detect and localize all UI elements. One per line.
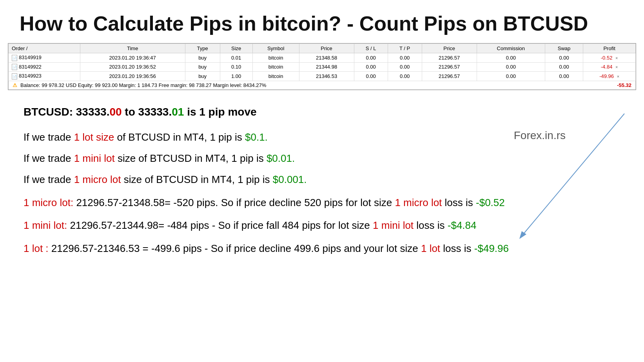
calc2-lot: 1 mini lot	[373, 219, 414, 231]
calc3-lot: 1 lot	[421, 243, 440, 254]
cell-symbol: bitcoin	[252, 72, 299, 81]
pip-to-black: 33333.	[138, 106, 172, 118]
pip-suffix: is 1 pip move	[184, 106, 256, 118]
calc3-prefix: 1 lot :	[24, 243, 49, 254]
cell-order: 📄83149923	[9, 72, 80, 81]
cell-price-current: 21296.57	[422, 53, 477, 63]
calc2-loss: loss is	[414, 219, 448, 231]
cell-price-open: 21344.98	[299, 62, 354, 72]
calc1-loss: loss is	[442, 197, 476, 208]
calc1-text: 21296.57-21348.58= -520 pips. So if pric…	[73, 197, 395, 208]
cell-price-current: 21296.57	[422, 62, 477, 72]
lot3-line: If we trade 1 micro lot size of BTCUSD i…	[24, 172, 620, 186]
status-bar: ⚠ Balance: 99 978.32 USD Equity: 99 923.…	[8, 81, 636, 90]
col-type: Type	[185, 44, 220, 53]
cell-profit: -0.52 ×	[583, 53, 636, 63]
lot2-line: If we trade 1 mini lot size of BTCUSD in…	[24, 151, 620, 165]
table-row: 📄83149919 2023.01.20 19:36:47 buy 0.01 b…	[9, 53, 636, 63]
col-size: Size	[220, 44, 252, 53]
calc3-value: -$49.96	[474, 243, 509, 254]
calc1-lot: 1 micro lot	[395, 197, 442, 208]
pip-separator: to	[122, 106, 138, 118]
cell-sl: 0.00	[354, 72, 388, 81]
col-tp: T / P	[388, 44, 422, 53]
table-row: 📄83149922 2023.01.20 19:36:52 buy 0.10 b…	[9, 62, 636, 72]
pip-to-green: 01	[172, 106, 184, 118]
col-swap: Swap	[545, 44, 583, 53]
lot2-value: $0.01.	[267, 152, 295, 164]
table-header-row: Order / Time Type Size Symbol Price S / …	[9, 44, 636, 53]
cell-size: 1.00	[220, 72, 252, 81]
pip-from-red: 00	[109, 106, 122, 118]
calc2-prefix: 1 mini lot:	[24, 219, 70, 231]
content-area: Forex.in.rs BTCUSD: 33333.00 to 33333.01…	[0, 90, 644, 272]
col-price2: Price	[422, 44, 477, 53]
warning-icon: ⚠	[13, 82, 17, 88]
cell-size: 0.01	[220, 53, 252, 63]
calc2-line: 1 mini lot: 21296.57-21344.98= -484 pips…	[24, 218, 620, 232]
cell-type: buy	[185, 62, 220, 72]
cell-order: 📄83149922	[9, 62, 80, 72]
total-profit: -55.32	[617, 82, 631, 88]
cell-time: 2023.01.20 19:36:47	[80, 53, 185, 63]
cell-time: 2023.01.20 19:36:52	[80, 62, 185, 72]
cell-commission: 0.00	[477, 62, 545, 72]
col-sl: S / L	[354, 44, 388, 53]
pip-from-black: 33333.	[76, 106, 110, 118]
cell-commission: 0.00	[477, 53, 545, 63]
col-price: Price	[299, 44, 354, 53]
close-icon[interactable]: ×	[615, 56, 618, 60]
cell-price-current: 21296.57	[422, 72, 477, 81]
cell-symbol: bitcoin	[252, 62, 299, 72]
col-order: Order /	[9, 44, 80, 53]
col-commission: Commission	[477, 44, 545, 53]
table-row: 📄83149923 2023.01.20 19:36:56 buy 1.00 b…	[9, 72, 636, 81]
col-symbol: Symbol	[252, 44, 299, 53]
cell-type: buy	[185, 72, 220, 81]
cell-swap: 0.00	[545, 53, 583, 63]
col-time: Time	[80, 44, 185, 53]
close-icon[interactable]: ×	[615, 65, 618, 69]
cell-tp: 0.00	[388, 62, 422, 72]
calc3-loss: loss is	[440, 243, 474, 254]
pip-move-prefix: BTCUSD:	[24, 106, 76, 118]
pip-move-line: BTCUSD: 33333.00 to 33333.01 is 1 pip mo…	[24, 106, 620, 118]
calc2-value: -$4.84	[448, 219, 477, 231]
cell-price-open: 21348.58	[299, 53, 354, 63]
page-title: How to Calculate Pips in bitcoin? - Coun…	[0, 0, 644, 43]
cell-swap: 0.00	[545, 72, 583, 81]
cell-tp: 0.00	[388, 72, 422, 81]
cell-price-open: 21346.53	[299, 72, 354, 81]
calc2-text: 21296.57-21344.98= -484 pips - So if pri…	[70, 219, 373, 231]
cell-order: 📄83149919	[9, 53, 80, 63]
watermark: Forex.in.rs	[514, 129, 566, 142]
close-icon[interactable]: ×	[617, 74, 619, 79]
cell-profit: -4.84 ×	[583, 62, 636, 72]
cell-profit: -49.96 ×	[583, 72, 636, 81]
calc1-line: 1 micro lot: 21296.57-21348.58= -520 pip…	[24, 195, 620, 210]
calc3-text: 21296.57-21346.53 = -499.6 pips - So if …	[49, 243, 421, 254]
cell-type: buy	[185, 53, 220, 63]
cell-tp: 0.00	[388, 53, 422, 63]
lot3-value: $0.001.	[273, 174, 307, 185]
lot2-highlight: 1 mini lot	[74, 152, 115, 164]
calc3-line: 1 lot : 21296.57-21346.53 = -499.6 pips …	[24, 241, 620, 255]
cell-sl: 0.00	[354, 62, 388, 72]
cell-time: 2023.01.20 19:36:56	[80, 72, 185, 81]
cell-size: 0.10	[220, 62, 252, 72]
cell-symbol: bitcoin	[252, 53, 299, 63]
calc1-prefix: 1 micro lot:	[24, 197, 73, 208]
cell-commission: 0.00	[477, 72, 545, 81]
calc1-value: -$0.52	[476, 197, 505, 208]
status-text: Balance: 99 978.32 USD Equity: 99 923.00…	[20, 82, 266, 88]
trade-table-container: Order / Time Type Size Symbol Price S / …	[8, 43, 636, 90]
cell-swap: 0.00	[545, 62, 583, 72]
lot1-value: $0.1.	[245, 131, 268, 143]
cell-sl: 0.00	[354, 53, 388, 63]
col-profit: Profit	[583, 44, 636, 53]
trade-table: Order / Time Type Size Symbol Price S / …	[8, 43, 636, 81]
lot3-highlight: 1 micro lot	[74, 174, 121, 185]
lot1-highlight: 1 lot size	[74, 131, 114, 143]
